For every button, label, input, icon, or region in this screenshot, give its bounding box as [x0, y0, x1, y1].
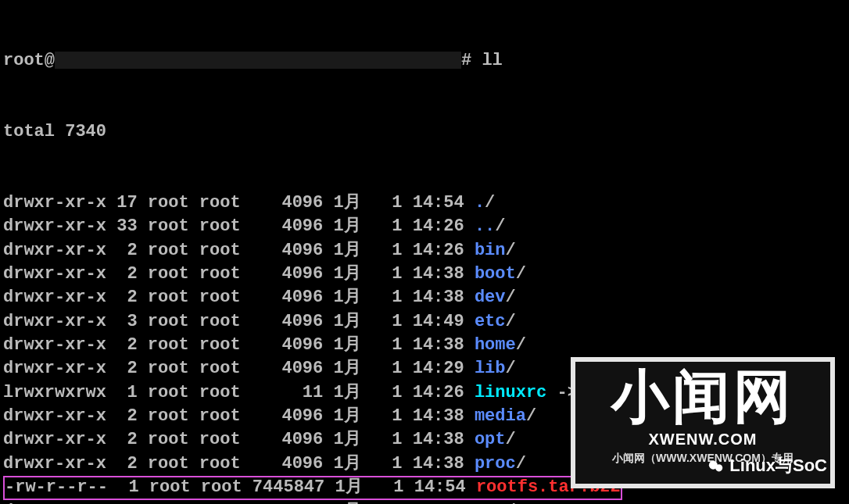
dir-name: .. [475, 216, 495, 236]
link-name: linuxrc [475, 383, 546, 402]
file-meta: drwxr-xr-x 2 root root 4096 1月 1 14:38 [3, 454, 475, 474]
dir-name: etc [475, 312, 506, 331]
list-item: drwxr-xr-x 33 root root 4096 1月 1 14:26 … [3, 215, 846, 238]
file-meta: drwxr-xr-x 2 root root 4096 1月 1 14:38 [3, 502, 475, 504]
file-meta: drwxr-xr-x 3 root root 4096 1月 1 14:49 [3, 312, 475, 331]
watermark-site: XWENW.COM [575, 431, 830, 449]
redacted-host [55, 52, 461, 69]
svg-point-1 [715, 464, 722, 471]
watermark-title: 小闻网 [575, 366, 830, 427]
list-item: drwxr-xr-x 2 root root 4096 1月 1 14:38 h… [3, 334, 846, 357]
watermark-tag-label: Linux与SoC [729, 456, 827, 475]
file-meta: drwxr-xr-x 2 root root 4096 1月 1 14:29 [3, 359, 475, 378]
dir-name: run [475, 502, 506, 504]
dir-name: proc [475, 454, 516, 474]
prompt-user: root@ [3, 51, 55, 70]
prompt-command: # ll [461, 51, 503, 70]
file-meta: drwxr-xr-x 33 root root 4096 1月 1 14:26 [3, 216, 475, 236]
file-meta: drwxr-xr-x 2 root root 4096 1月 1 14:38 [3, 264, 475, 284]
file-meta: drwxr-xr-x 2 root root 4096 1月 1 14:38 [3, 335, 475, 355]
file-meta: lrwxrwxrwx 1 root root 11 1月 1 14:26 [3, 383, 475, 402]
file-meta: drwxr-xr-x 2 root root 4096 1月 1 14:26 [3, 241, 475, 260]
file-meta: drwxr-xr-x 17 root root 4096 1月 1 14:54 [3, 193, 475, 213]
prompt-line: root@# ll [3, 49, 846, 73]
list-item: drwxr-xr-x 2 root root 4096 1月 1 14:26 b… [3, 239, 846, 263]
dir-name: opt [475, 430, 506, 449]
dir-name: bin [475, 241, 506, 260]
dir-name: boot [475, 264, 516, 284]
dir-name: dev [475, 288, 506, 307]
total-line: total 7340 [3, 120, 846, 144]
file-meta: drwxr-xr-x 2 root root 4096 1月 1 14:38 [3, 406, 475, 426]
list-item: drwxr-xr-x 2 root root 4096 1月 1 14:38 d… [3, 286, 846, 309]
file-meta: drwxr-xr-x 2 root root 4096 1月 1 14:38 [3, 430, 475, 449]
list-item: drwxr-xr-x 2 root root 4096 1月 1 14:38 b… [3, 263, 846, 286]
file-meta: drwxr-xr-x 2 root root 4096 1月 1 14:38 [3, 288, 475, 307]
dir-name: . [475, 193, 485, 213]
dir-name: home [475, 335, 516, 355]
list-item: drwxr-xr-x 3 root root 4096 1月 1 14:49 e… [3, 310, 846, 334]
list-item: drwxr-xr-x 2 root root 4096 1月 1 14:38 r… [3, 500, 846, 504]
dir-name: media [475, 406, 526, 426]
dir-name: lib [475, 359, 506, 378]
wechat-icon [708, 458, 725, 475]
watermark-tag: Linux与SoC [708, 454, 827, 477]
file-meta: -rw-r--r-- 1 root root 7445847 1月 1 14:5… [5, 477, 476, 497]
list-item: drwxr-xr-x 17 root root 4096 1月 1 14:54 … [3, 191, 846, 215]
